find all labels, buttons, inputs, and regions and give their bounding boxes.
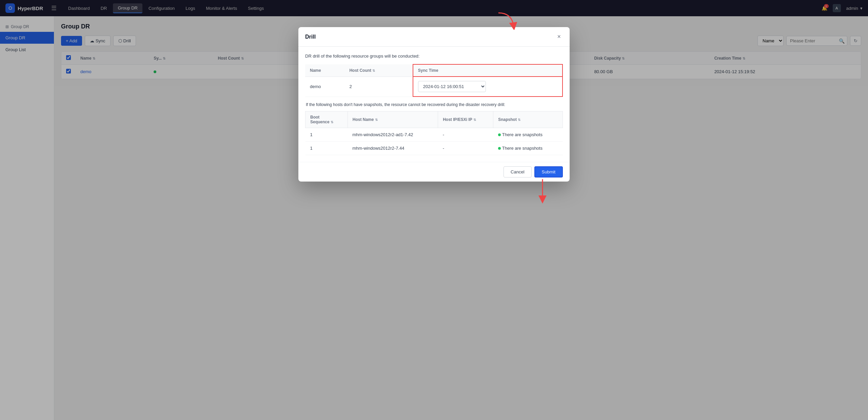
- sort-modal-host-icon: ⇅: [372, 69, 375, 72]
- modal-overlay: Drill × DR drill of the following resour…: [0, 0, 868, 420]
- arrow-bottom-indicator: [532, 177, 553, 205]
- modal-top-table-head: Name Host Count ⇅ Sync Time: [305, 64, 563, 77]
- snapshot-status-1: There are snapshots: [498, 132, 558, 137]
- modal-footer: Cancel Submit: [298, 162, 570, 182]
- modal-title: Drill: [305, 34, 316, 40]
- modal-top-header-row: Name Host Count ⇅ Sync Time: [305, 64, 563, 77]
- snapshot-dot-1: [498, 133, 501, 136]
- modal-header: Drill ×: [298, 27, 570, 47]
- sort-hostname-icon: ⇅: [375, 118, 378, 122]
- modal-warning-text: If the following hosts don't have snapsh…: [305, 102, 563, 107]
- modal-inner-row-2: 1 mhm-windows2012r2-7.44 - There are sna…: [305, 142, 563, 155]
- snapshot-dot-2: [498, 147, 501, 150]
- modal-row-sync-time-cell: 2024-01-12 16:00:51: [413, 77, 563, 97]
- modal-inner-table-head: BootSequence ⇅ Host Name ⇅ Host IP/ESXi …: [305, 111, 563, 128]
- modal-row-name: demo: [305, 77, 344, 97]
- modal-subtitle: DR drill of the following resource group…: [305, 54, 563, 59]
- modal-inner-header-row: BootSequence ⇅ Host Name ⇅ Host IP/ESXi …: [305, 111, 563, 128]
- modal-top-table: Name Host Count ⇅ Sync Time demo 2 2024-: [305, 64, 563, 97]
- submit-button[interactable]: Submit: [534, 166, 563, 177]
- cancel-button[interactable]: Cancel: [504, 166, 531, 177]
- inner-row2-snapshot: There are snapshots: [493, 142, 563, 155]
- inner-row2-boot-seq: 1: [305, 142, 348, 155]
- modal-col-sync-time-label: Sync Time: [418, 68, 438, 73]
- modal-col-host-count: Host Count ⇅: [344, 64, 413, 77]
- drill-modal: Drill × DR drill of the following resour…: [298, 27, 570, 182]
- modal-col-name: Name: [305, 64, 344, 77]
- inner-col-host-name: Host Name ⇅: [348, 111, 438, 128]
- inner-col-boot-seq: BootSequence ⇅: [305, 111, 348, 128]
- snapshot-label-2: There are snapshots: [502, 146, 542, 151]
- modal-inner-row-1: 1 mhm-windows2012r2-ad1-7.42 - There are…: [305, 128, 563, 142]
- inner-col-host-ip: Host IP/ESXi IP ⇅: [438, 111, 493, 128]
- sort-snapshot-icon: ⇅: [518, 118, 520, 122]
- modal-table-row: demo 2 2024-01-12 16:00:51: [305, 77, 563, 97]
- snapshot-status-2: There are snapshots: [498, 146, 558, 151]
- modal-col-sync-time: Sync Time: [413, 64, 563, 77]
- inner-row1-boot-seq: 1: [305, 128, 348, 142]
- arrow-top-indicator: [492, 9, 519, 30]
- modal-body: DR drill of the following resource group…: [298, 47, 570, 162]
- inner-row1-host-ip: -: [438, 128, 493, 142]
- modal-inner-table: BootSequence ⇅ Host Name ⇅ Host IP/ESXi …: [305, 111, 563, 155]
- inner-row2-host-ip: -: [438, 142, 493, 155]
- inner-row1-snapshot: There are snapshots: [493, 128, 563, 142]
- modal-inner-table-body: 1 mhm-windows2012r2-ad1-7.42 - There are…: [305, 128, 563, 155]
- snapshot-label-1: There are snapshots: [502, 132, 542, 137]
- modal-row-host-count: 2: [344, 77, 413, 97]
- sort-hostip-icon: ⇅: [473, 118, 476, 122]
- inner-col-snapshot: Snapshot ⇅: [493, 111, 563, 128]
- inner-row1-host-name: mhm-windows2012r2-ad1-7.42: [348, 128, 438, 142]
- modal-close-button[interactable]: ×: [555, 33, 563, 41]
- sync-time-select[interactable]: 2024-01-12 16:00:51: [418, 81, 486, 92]
- sort-boot-icon: ⇅: [331, 120, 333, 124]
- modal-top-table-body: demo 2 2024-01-12 16:00:51: [305, 77, 563, 97]
- inner-row2-host-name: mhm-windows2012r2-7.44: [348, 142, 438, 155]
